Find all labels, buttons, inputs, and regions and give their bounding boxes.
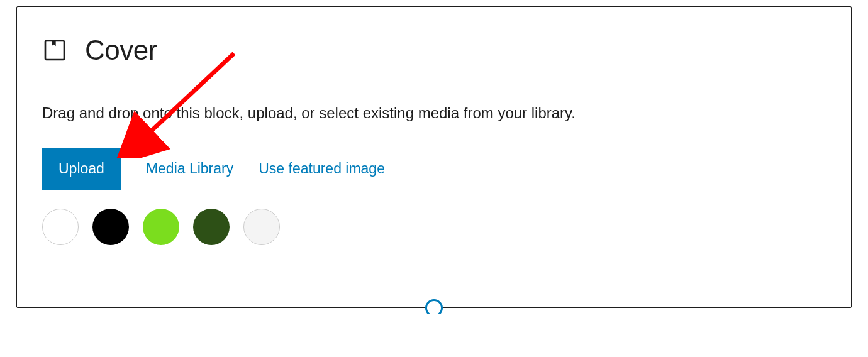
color-swatches <box>42 209 826 245</box>
cover-block-icon <box>42 38 67 63</box>
upload-button[interactable]: Upload <box>42 148 121 190</box>
block-description: Drag and drop onto this block, upload, o… <box>42 102 826 124</box>
block-title: Cover <box>85 35 157 66</box>
cover-block-placeholder: Cover Drag and drop onto this block, upl… <box>16 6 852 308</box>
block-header: Cover <box>42 35 826 66</box>
color-swatch-0[interactable] <box>42 209 79 245</box>
media-library-button[interactable]: Media Library <box>146 160 233 177</box>
svg-line-2 <box>143 53 234 139</box>
color-swatch-2[interactable] <box>143 209 179 245</box>
color-swatch-1[interactable] <box>92 209 129 245</box>
color-swatch-4[interactable] <box>243 209 280 245</box>
color-swatch-3[interactable] <box>193 209 230 245</box>
resize-handle[interactable] <box>425 299 443 314</box>
media-actions: Upload Media Library Use featured image <box>42 148 826 190</box>
use-featured-image-button[interactable]: Use featured image <box>259 160 385 177</box>
